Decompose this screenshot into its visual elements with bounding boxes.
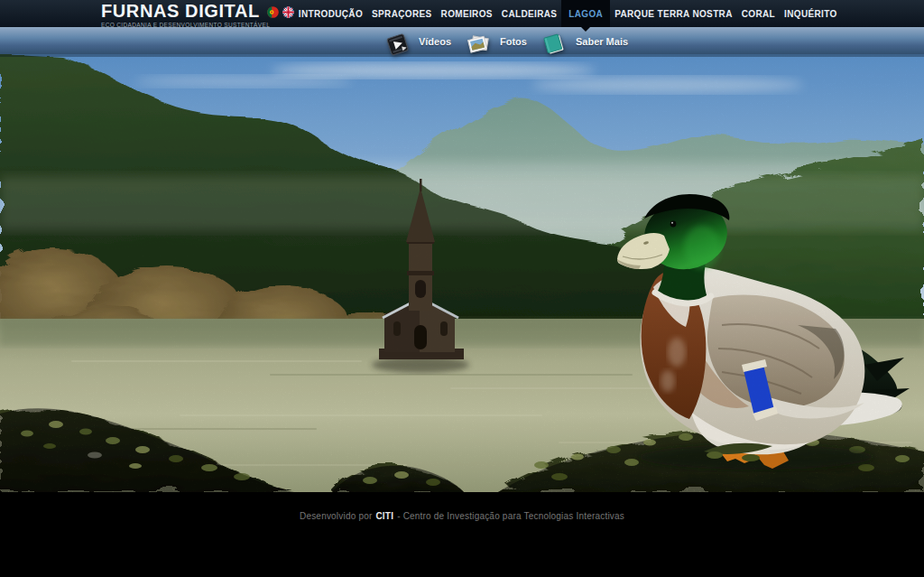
video-icon (383, 30, 411, 59)
nav-item-coral[interactable]: CORAL (737, 0, 780, 27)
book-icon (540, 30, 568, 59)
nav-item-lagoa[interactable]: LAGOA (561, 0, 610, 27)
lagoa-scene (0, 54, 924, 492)
fotos-label: Fotos (500, 36, 527, 47)
hero-photo (0, 54, 924, 492)
nav-item-parque-terra-nostra[interactable]: PARQUE TERRA NOSTRA (610, 0, 737, 27)
credit-suffix: - Centro de Investigação para Tecnologia… (397, 511, 624, 521)
fotos-link[interactable]: Fotos (464, 27, 527, 56)
credit-line: Desenvolvido porCITI- Centro de Investig… (0, 492, 924, 521)
videos-link[interactable]: Vídeos (383, 27, 451, 56)
saber-mais-label: Saber Mais (576, 36, 628, 47)
site-title: FURNAS DIGITAL (101, 2, 260, 21)
nav-item-spracores[interactable]: SPRAÇORES (367, 0, 437, 27)
site-subtitle: ECO CIDADANIA E DESENVOLVIMENTO SUSTENTÁ… (101, 22, 294, 28)
nav-item-introducao[interactable]: INTRODUÇÃO (294, 0, 367, 27)
top-header: FURNAS DIGITAL (0, 0, 924, 27)
language-switcher (267, 6, 294, 18)
photos-icon (464, 30, 493, 59)
portugal-flag-icon[interactable] (267, 6, 279, 18)
furnas-digital-page: FURNAS DIGITAL (0, 0, 924, 577)
site-logo[interactable]: FURNAS DIGITAL (101, 2, 294, 28)
nav-item-lagoa-label: LAGOA (568, 9, 603, 19)
quick-links-bar: Vídeos Fotos (0, 27, 924, 54)
footer: Desenvolvido porCITI- Centro de Investig… (0, 492, 924, 577)
active-tab-notch (581, 27, 590, 32)
main-nav: INTRODUÇÃO SPRAÇORES ROMEIROS CALDEIRAS … (294, 0, 842, 27)
uk-flag-icon[interactable] (282, 6, 294, 18)
nav-item-caldeiras[interactable]: CALDEIRAS (497, 0, 562, 27)
videos-label: Vídeos (419, 36, 451, 47)
nav-item-inquerito[interactable]: INQUÉRITO (780, 0, 842, 27)
nav-item-romeiros[interactable]: ROMEIROS (437, 0, 497, 27)
credit-org-link[interactable]: CITI (375, 511, 393, 521)
credit-prefix: Desenvolvido por (300, 511, 372, 521)
